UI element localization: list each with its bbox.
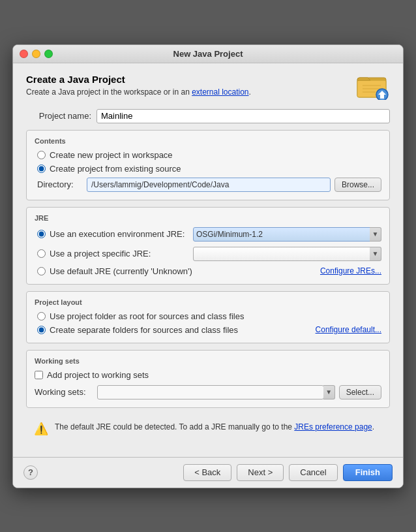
create-new-label: Create new project in workspace [50,150,173,160]
layout-folders-label: Create separate folders for sources and … [50,325,316,335]
header-text: Create a Java Project Create a Java proj… [26,74,251,97]
select-button[interactable]: Select... [339,385,381,399]
titlebar: New Java Project [13,45,403,63]
jre-env-row: Use an execution environment JRE: OSGi/M… [35,227,381,242]
main-window: New Java Project Create a Java Project C… [12,44,404,488]
next-button[interactable]: Next > [237,464,284,481]
jre-specific-select[interactable] [193,247,370,261]
configure-jres-link[interactable]: Configure JREs... [320,266,381,275]
layout-root-row: Use project folder as root for sources a… [35,311,381,321]
warning-text: The default JRE could be detected. To ad… [55,421,374,433]
add-to-working-sets-label: Add project to working sets [47,370,149,380]
working-sets-section: Working sets Add project to working sets… [26,350,390,408]
close-button[interactable] [20,50,28,58]
create-new-radio[interactable] [37,151,46,159]
jre-default-row: Use default JRE (currently 'Unknown') Co… [35,266,381,276]
jre-select-group: OSGi/Minimum-1.2 ▼ [193,227,381,242]
jre-env-radio[interactable] [37,230,46,238]
jre-specific-select-arrow: ▼ [370,247,381,261]
jre-default-label: Use default JRE (currently 'Unknown') [50,266,320,276]
browse-button[interactable]: Browse... [334,178,381,192]
jre-specific-radio[interactable] [37,249,46,258]
existing-source-radio-row: Create project from existing source [35,164,381,174]
finish-button[interactable]: Finish [343,464,393,481]
configure-default-link[interactable]: Configure default... [316,325,381,334]
folder-icon [356,71,390,100]
jre-env-select-arrow: ▼ [370,227,381,242]
layout-section: Project layout Use project folder as roo… [26,291,390,343]
layout-root-label: Use project folder as root for sources a… [50,311,244,321]
jre-specific-select-group: ▼ [193,247,381,261]
warning-section: ⚠️ The default JRE could be detected. To… [26,415,390,443]
add-to-working-sets-row: Add project to working sets [35,370,381,380]
existing-source-radio[interactable] [37,164,46,173]
maximize-button[interactable] [44,50,53,58]
jre-label: JRE [35,214,381,222]
jres-pref-link[interactable]: JREs preference page [294,422,372,431]
create-new-radio-row: Create new project in workspace [35,150,381,160]
add-to-working-sets-checkbox[interactable] [35,371,43,379]
window-title: New Java Project [173,49,243,59]
existing-source-label: Create project from existing source [50,164,181,174]
layout-folders-row: Create separate folders for sources and … [35,325,381,335]
back-button[interactable]: < Back [183,464,231,481]
cancel-button[interactable]: Cancel [289,464,337,481]
project-name-input[interactable] [97,109,390,123]
footer-left: ? [23,465,38,480]
jre-specific-row: Use a project specific JRE: ▼ [35,247,381,261]
layout-label: Project layout [35,298,381,306]
ws-select-arrow: ▼ [323,385,335,399]
ws-select-wrap: ▼ [97,385,335,399]
jre-env-select[interactable]: OSGi/Minimum-1.2 [193,227,370,242]
ws-field-label: Working sets: [35,387,93,397]
dialog-subtitle: Create a Java project in the workspace o… [26,87,251,97]
directory-label: Directory: [37,180,83,189]
working-sets-row: Working sets: ▼ Select... [35,385,381,399]
contents-section: Contents Create new project in workspace… [26,130,390,200]
layout-root-radio[interactable] [37,312,46,321]
jre-env-label: Use an execution environment JRE: [50,229,193,239]
layout-folders-radio[interactable] [37,326,46,334]
project-name-label: Project name: [26,111,91,121]
footer: ? < Back Next > Cancel Finish [13,457,403,488]
jre-default-radio[interactable] [37,267,46,275]
jre-specific-label: Use a project specific JRE: [50,249,193,258]
help-button[interactable]: ? [23,465,38,480]
minimize-button[interactable] [32,50,40,58]
header-section: Create a Java Project Create a Java proj… [26,74,390,100]
working-sets-label: Working sets [35,357,381,365]
dialog-title: Create a Java Project [26,74,251,85]
directory-input[interactable] [87,178,331,192]
footer-buttons: < Back Next > Cancel Finish [183,464,393,481]
directory-row: Directory: Browse... [35,178,381,192]
jre-section: JRE Use an execution environment JRE: OS… [26,207,390,285]
warning-icon: ⚠️ [34,422,48,436]
contents-label: Contents [35,137,381,145]
traffic-lights [20,50,53,58]
dialog-content: Create a Java Project Create a Java proj… [13,63,403,457]
ws-select[interactable] [97,385,324,399]
project-name-row: Project name: [26,109,390,123]
